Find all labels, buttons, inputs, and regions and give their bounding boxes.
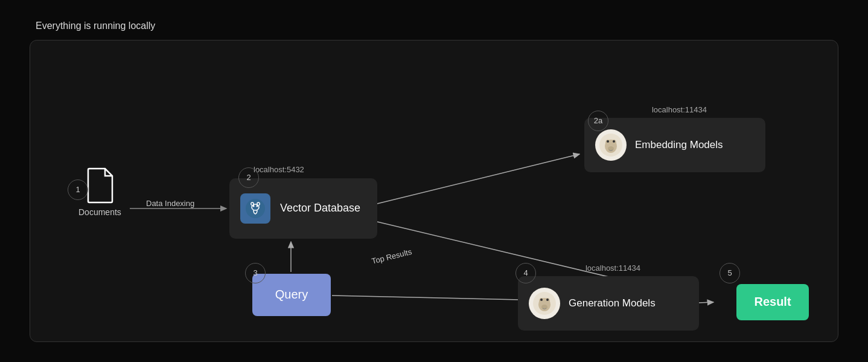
data-indexing-label: Data Indexing (146, 199, 194, 208)
page-title: Everything is running locally (36, 21, 838, 31)
svg-point-12 (257, 205, 258, 207)
svg-line-3 (377, 154, 579, 204)
llama-embed-icon (595, 129, 627, 161)
embedding-models-card: Embedding Models (584, 118, 765, 172)
doc-label: Documents (78, 207, 121, 217)
svg-point-11 (253, 205, 255, 207)
svg-point-24 (540, 299, 543, 301)
gen-result-arrow (30, 40, 838, 341)
query-label: Query (275, 288, 308, 302)
step-3-badge: 3 (245, 263, 266, 283)
svg-point-19 (608, 146, 614, 151)
vdb-label: Vector Database (280, 202, 360, 215)
step-2-badge: 2 (238, 167, 259, 188)
top-results-label: Top Results (371, 247, 413, 265)
embed-host-label: localhost:11434 (652, 105, 707, 114)
gen-host-label: localhost:11434 (586, 263, 640, 273)
svg-point-9 (246, 199, 265, 218)
postgres-icon (240, 193, 270, 224)
step-4-badge: 4 (515, 263, 536, 283)
outer-wrapper: Everything is running locally (18, 21, 850, 342)
generation-models-card: Generation Models (518, 276, 699, 331)
svg-point-17 (607, 140, 609, 143)
svg-point-25 (546, 299, 549, 301)
arrows-svg (30, 40, 838, 341)
result-box: Result (736, 284, 809, 320)
step-5-badge: 5 (720, 263, 740, 283)
embed-label: Embedding Models (635, 139, 723, 151)
result-label: Result (754, 295, 791, 309)
query-box: Query (252, 274, 331, 316)
gen-label: Generation Models (569, 297, 656, 309)
step-1-badge: 1 (68, 179, 88, 200)
step-2a-badge: 2a (588, 111, 608, 131)
diagram-container: 1 Documents Data Indexing 2 localhost:54… (30, 40, 838, 342)
svg-point-18 (613, 140, 615, 143)
svg-point-26 (541, 305, 547, 309)
llama-gen-icon (529, 288, 560, 319)
vdb-host-label: localhost:5432 (254, 165, 304, 174)
